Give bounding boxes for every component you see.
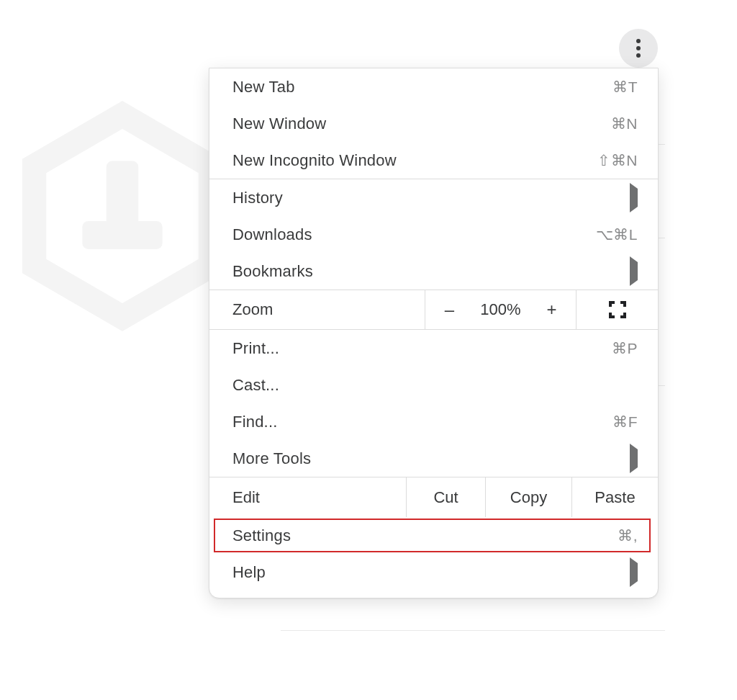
- menu-item-settings[interactable]: Settings ⌘,: [209, 517, 658, 554]
- menu-label: History: [232, 190, 283, 206]
- edit-copy-button[interactable]: Copy: [485, 477, 571, 517]
- zoom-in-button[interactable]: +: [541, 301, 563, 318]
- edit-label: Edit: [209, 477, 406, 517]
- menu-item-more-tools[interactable]: More Tools: [209, 440, 658, 477]
- svg-point-5: [636, 46, 641, 50]
- menu-label: Bookmarks: [232, 264, 313, 279]
- svg-rect-10: [623, 301, 626, 307]
- menu-label: Print...: [232, 341, 279, 356]
- submenu-arrow-icon: [630, 264, 638, 279]
- menu-label: Cast...: [232, 377, 279, 393]
- shortcut-text: ⇧⌘N: [597, 153, 638, 168]
- fullscreen-button[interactable]: [576, 290, 658, 329]
- zoom-out-button[interactable]: –: [439, 301, 461, 318]
- shortcut-text: ⌥⌘L: [596, 227, 638, 242]
- shortcut-text: ⌘,: [618, 528, 638, 543]
- shortcut-text: ⌘N: [611, 116, 638, 131]
- submenu-arrow-icon: [630, 565, 638, 580]
- menu-label: Downloads: [232, 227, 312, 243]
- menu-item-new-incognito[interactable]: New Incognito Window ⇧⌘N: [209, 142, 658, 179]
- menu-item-history[interactable]: History: [209, 179, 658, 216]
- svg-rect-3: [82, 221, 162, 249]
- submenu-arrow-icon: [630, 451, 638, 467]
- more-menu-button[interactable]: [619, 29, 658, 68]
- menu-item-cast[interactable]: Cast...: [209, 367, 658, 403]
- svg-marker-0: [22, 101, 222, 331]
- svg-point-4: [636, 39, 641, 43]
- menu-label: Settings: [232, 528, 291, 544]
- svg-rect-2: [107, 161, 139, 245]
- edit-cut-button[interactable]: Cut: [406, 477, 485, 517]
- menu-zoom-row: Zoom – 100% +: [209, 290, 658, 330]
- menu-section-new: New Tab ⌘T New Window ⌘N New Incognito W…: [209, 68, 658, 179]
- vertical-dots-icon: [636, 38, 641, 58]
- menu-item-new-window[interactable]: New Window ⌘N: [209, 105, 658, 142]
- menu-label: Find...: [232, 414, 278, 430]
- submenu-arrow-icon: [630, 190, 638, 206]
- background-logo: [22, 101, 223, 331]
- svg-rect-8: [609, 301, 612, 307]
- menu-section-tools: Print... ⌘P Cast... Find... ⌘F More Tool…: [209, 330, 658, 477]
- svg-marker-1: [46, 129, 198, 303]
- zoom-value: 100%: [478, 302, 524, 318]
- menu-label: Help: [232, 565, 266, 580]
- shortcut-text: ⌘T: [612, 79, 638, 94]
- menu-item-bookmarks[interactable]: Bookmarks: [209, 253, 658, 290]
- edit-paste-button[interactable]: Paste: [571, 477, 658, 517]
- menu-section-settings: Settings ⌘, Help: [209, 517, 658, 598]
- svg-rect-12: [609, 313, 612, 318]
- menu-label: New Tab: [232, 79, 295, 95]
- fullscreen-icon: [608, 300, 627, 319]
- menu-item-downloads[interactable]: Downloads ⌥⌘L: [209, 216, 658, 253]
- svg-rect-14: [623, 313, 626, 318]
- svg-point-6: [636, 53, 641, 58]
- menu-edit-row: Edit Cut Copy Paste: [209, 477, 658, 517]
- chrome-main-menu: New Tab ⌘T New Window ⌘N New Incognito W…: [209, 68, 659, 598]
- menu-item-find[interactable]: Find... ⌘F: [209, 403, 658, 440]
- menu-item-new-tab[interactable]: New Tab ⌘T: [209, 68, 658, 105]
- menu-label: New Incognito Window: [232, 153, 397, 169]
- zoom-controls: – 100% +: [425, 290, 576, 329]
- shortcut-text: ⌘P: [612, 341, 638, 356]
- menu-label: New Window: [232, 116, 326, 132]
- menu-section-history: History Downloads ⌥⌘L Bookmarks: [209, 179, 658, 290]
- shortcut-text: ⌘F: [612, 414, 638, 429]
- menu-item-help[interactable]: Help: [209, 554, 658, 591]
- zoom-label: Zoom: [209, 290, 425, 329]
- menu-label: More Tools: [232, 451, 311, 467]
- menu-item-print[interactable]: Print... ⌘P: [209, 330, 658, 367]
